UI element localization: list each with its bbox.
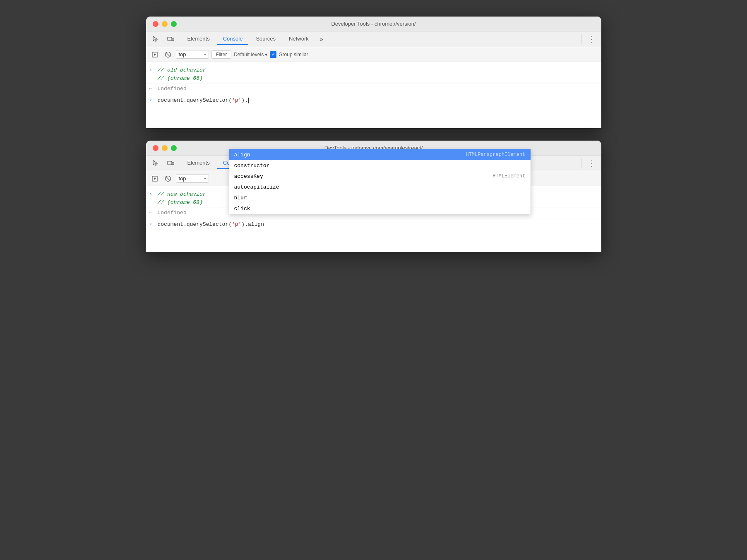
levels-button-1[interactable]: Default levels ▾ bbox=[234, 52, 267, 57]
prompt-icon-1: › bbox=[149, 66, 154, 74]
tab-bar-icons-2 bbox=[149, 157, 177, 170]
levels-arrow-1: ▾ bbox=[265, 52, 267, 57]
autocomplete-item-3[interactable]: autocapitalize bbox=[229, 182, 531, 192]
return-icon-1: ← bbox=[149, 85, 154, 93]
svg-line-11 bbox=[166, 176, 170, 181]
divider-2 bbox=[581, 158, 581, 168]
checkmark-icon-1: ✓ bbox=[271, 52, 275, 57]
run-script-button-2[interactable] bbox=[149, 173, 160, 184]
devtools-window-1: Developer Tools - chrome://version/ Elem… bbox=[146, 17, 601, 128]
prompt-icon-3: › bbox=[149, 190, 154, 199]
string-value-2: 'p' bbox=[232, 221, 241, 227]
window-title-1: Developer Tools - chrome://version/ bbox=[153, 21, 595, 27]
maximize-button-1[interactable] bbox=[171, 21, 177, 27]
autocomplete-type-0: HTMLParagraphElement bbox=[466, 152, 525, 158]
autocomplete-label-1: constructor bbox=[234, 163, 526, 169]
context-label-2: top bbox=[179, 175, 186, 182]
maximize-button-2[interactable] bbox=[171, 145, 177, 151]
clear-console-button-2[interactable] bbox=[163, 173, 173, 184]
autocomplete-item-1[interactable]: constructor bbox=[229, 160, 531, 171]
context-dropdown-arrow-1: ▾ bbox=[204, 52, 206, 57]
autocomplete-label-0: align bbox=[234, 152, 466, 158]
autocomplete-item-5[interactable]: click bbox=[229, 203, 531, 214]
autocomplete-dropdown: align HTMLParagraphElement constructor a… bbox=[229, 149, 531, 214]
svg-marker-9 bbox=[154, 177, 156, 180]
console-input-line-2[interactable]: › document.querySelector('p').align alig… bbox=[146, 218, 601, 230]
console-input-text-2: document.querySelector('p').align bbox=[158, 221, 264, 227]
svg-rect-1 bbox=[172, 38, 174, 41]
window-controls-1 bbox=[153, 21, 177, 27]
svg-rect-7 bbox=[172, 162, 174, 165]
autocomplete-typed-text: align bbox=[248, 221, 264, 227]
inspect-icon-2[interactable] bbox=[149, 157, 162, 170]
autocomplete-item-4[interactable]: blur bbox=[229, 192, 531, 203]
minimize-button-2[interactable] bbox=[162, 145, 168, 151]
clear-console-button[interactable] bbox=[163, 49, 173, 60]
autocomplete-label-3: autocapitalize bbox=[234, 184, 526, 190]
string-value-1: 'p' bbox=[232, 97, 241, 103]
more-options-icon-2[interactable]: ⋮ bbox=[586, 157, 598, 170]
minimize-button-1[interactable] bbox=[162, 21, 168, 27]
tab-bar-right-2: ⋮ bbox=[579, 157, 598, 170]
console-input-text-1: document.querySelector('p'). bbox=[158, 97, 249, 103]
svg-line-5 bbox=[166, 52, 170, 57]
tab-elements-1[interactable]: Elements bbox=[182, 33, 216, 45]
group-similar-label-1: Group similar bbox=[279, 52, 308, 57]
more-tabs-icon-1[interactable]: » bbox=[316, 34, 327, 45]
title-bar-1: Developer Tools - chrome://version/ bbox=[146, 17, 601, 31]
tab-sources-1[interactable]: Sources bbox=[250, 33, 281, 45]
console-entry-1: › // old behavior// (chrome 66) bbox=[146, 65, 601, 84]
input-prompt-2: › bbox=[149, 220, 154, 228]
svg-rect-6 bbox=[168, 161, 172, 165]
svg-marker-3 bbox=[154, 53, 156, 56]
console-toolbar-1: top ▾ Filter Default levels ▾ ✓ Group si… bbox=[146, 47, 601, 62]
more-options-icon-1[interactable]: ⋮ bbox=[586, 33, 598, 45]
tab-bar-1: Elements Console Sources Network » ⋮ bbox=[146, 31, 601, 47]
levels-label-1: Default levels bbox=[234, 52, 264, 57]
tab-bar-right-1: ⋮ bbox=[579, 33, 598, 45]
autocomplete-item-0[interactable]: align HTMLParagraphElement bbox=[229, 149, 531, 160]
tab-elements-2[interactable]: Elements bbox=[182, 157, 216, 169]
console-entry-2: ← undefined bbox=[146, 84, 601, 94]
device-icon-2[interactable] bbox=[164, 157, 177, 170]
close-button-1[interactable] bbox=[153, 21, 159, 27]
autocomplete-label-4: blur bbox=[234, 195, 526, 201]
svg-rect-0 bbox=[168, 37, 172, 41]
autocomplete-type-2: HTMLElement bbox=[492, 173, 525, 179]
devtools-window-2: DevTools - todomvc.com/examples/react/ E… bbox=[146, 141, 601, 252]
console-content-1: › // old behavior// (chrome 66) ← undefi… bbox=[146, 62, 601, 128]
autocomplete-label-2: accessKey bbox=[234, 173, 493, 179]
tab-bar-icons-1 bbox=[149, 33, 177, 45]
close-button-2[interactable] bbox=[153, 145, 159, 151]
return-icon-2: ← bbox=[149, 209, 154, 217]
inspect-icon[interactable] bbox=[149, 33, 162, 45]
divider-1 bbox=[581, 34, 581, 44]
input-prompt-1: › bbox=[149, 96, 154, 104]
run-script-button[interactable] bbox=[149, 49, 160, 60]
context-dropdown-arrow-2: ▾ bbox=[204, 176, 206, 181]
device-icon[interactable] bbox=[164, 33, 177, 45]
tab-console-1[interactable]: Console bbox=[217, 33, 249, 45]
context-selector-2[interactable]: top ▾ bbox=[176, 174, 209, 183]
autocomplete-item-2[interactable]: accessKey HTMLElement bbox=[229, 171, 531, 182]
context-selector-1[interactable]: top ▾ bbox=[176, 50, 209, 59]
console-input-line-1[interactable]: › document.querySelector('p'). bbox=[146, 94, 601, 106]
filter-button-1[interactable]: Filter bbox=[211, 50, 232, 59]
tab-network-1[interactable]: Network bbox=[283, 33, 315, 45]
group-similar-checkbox-1[interactable]: ✓ bbox=[270, 51, 276, 58]
cursor-1 bbox=[248, 98, 249, 103]
console-undefined-2: undefined bbox=[158, 209, 187, 217]
autocomplete-label-5: click bbox=[234, 206, 526, 212]
context-label-1: top bbox=[179, 51, 186, 57]
console-undefined-1: undefined bbox=[158, 85, 187, 93]
console-code-2: // new behavior// (chrome 68) bbox=[158, 190, 206, 207]
console-content-2: › // new behavior// (chrome 68) ← undefi… bbox=[146, 186, 601, 252]
group-similar-container-1: ✓ Group similar bbox=[270, 51, 308, 58]
window-controls-2 bbox=[153, 145, 177, 151]
console-code-1: // old behavior// (chrome 66) bbox=[158, 66, 206, 83]
